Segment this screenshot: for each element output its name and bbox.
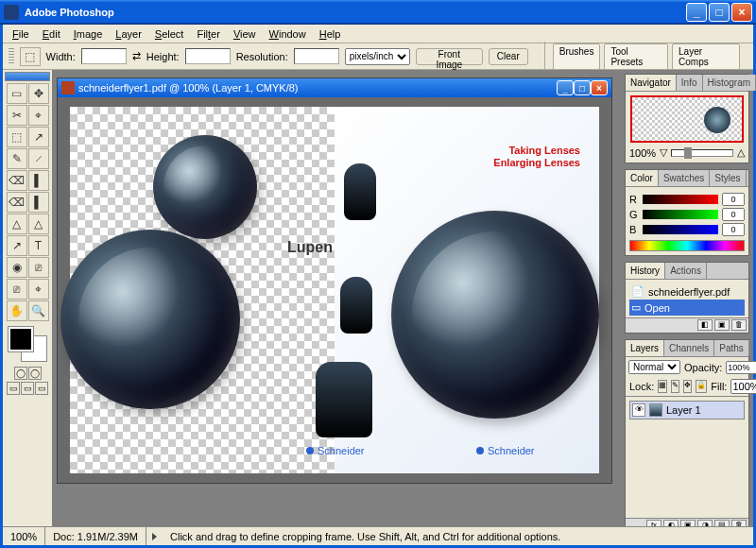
tool-slice[interactable]: ↗ <box>28 127 49 147</box>
tool-eyedrop[interactable]: ⌖ <box>28 279 49 300</box>
history-snap-icon[interactable]: ▣ <box>714 319 730 331</box>
tool-path[interactable]: ↗ <box>7 235 27 256</box>
tool-brush[interactable]: ⟋ <box>28 148 49 169</box>
resolution-input[interactable] <box>294 48 339 64</box>
status-zoom[interactable]: 100% <box>3 527 45 545</box>
tab-histogram[interactable]: Histogram <box>703 75 757 91</box>
menu-edit[interactable]: Edit <box>37 26 66 42</box>
well-brushes[interactable]: Brushes <box>553 43 601 70</box>
zoom-in-icon[interactable]: △ <box>737 146 745 159</box>
tool-heal[interactable]: ✎ <box>7 148 27 169</box>
layer-row[interactable]: 👁 Layer 1 <box>629 401 745 420</box>
units-select[interactable]: pixels/inch <box>345 48 410 65</box>
tool-pen[interactable]: ◉ <box>7 257 27 278</box>
tool-gradient[interactable]: ▌ <box>28 192 49 213</box>
quickmask-off[interactable]: ◯ <box>14 367 27 380</box>
history-doc[interactable]: 📄 schneiderflyer.pdf <box>629 283 745 300</box>
status-arrow-icon[interactable] <box>152 533 157 540</box>
menu-layer[interactable]: Layer <box>110 26 147 42</box>
history-step-open[interactable]: ▭ Open <box>629 300 745 316</box>
quickmask-on[interactable]: ◯ <box>28 367 42 380</box>
status-docsize[interactable]: Doc: 1.91M/2.39M <box>45 527 146 545</box>
tab-info[interactable]: Info <box>677 75 703 91</box>
width-input[interactable] <box>81 48 127 64</box>
g-slider[interactable] <box>643 210 718 219</box>
tool-blur[interactable]: △ <box>7 214 27 234</box>
height-input[interactable] <box>185 48 231 64</box>
spectrum-ramp[interactable] <box>629 240 745 251</box>
well-tool-presets[interactable]: Tool Presets <box>604 43 668 70</box>
tab-color[interactable]: Color <box>626 170 659 186</box>
navigator-thumb[interactable] <box>630 95 744 143</box>
tool-stamp[interactable]: ⌫ <box>7 170 27 191</box>
tool-eraser[interactable]: ⌫ <box>7 192 27 213</box>
tool-zoom[interactable]: 🔍 <box>28 300 49 321</box>
tool-shape[interactable]: ⎚ <box>28 257 49 278</box>
tab-paths[interactable]: Paths <box>714 340 749 356</box>
crop-tool-icon[interactable]: ⬚ <box>20 47 41 66</box>
zoom-out-icon[interactable]: ▽ <box>660 146 667 159</box>
opacity-value[interactable] <box>726 361 756 374</box>
toolbox-header[interactable] <box>5 72 50 81</box>
screenmode-2[interactable]: ▭ <box>21 382 34 395</box>
blend-mode-select[interactable]: Normal <box>628 360 680 374</box>
history-trash-icon[interactable]: 🗑 <box>731 319 747 331</box>
well-layer-comps[interactable]: Layer Comps <box>672 43 740 70</box>
b-value[interactable] <box>722 223 745 236</box>
tab-layers[interactable]: Layers <box>626 340 664 356</box>
tab-styles[interactable]: Styles <box>710 170 746 186</box>
lock-trans-icon[interactable]: ▦ <box>658 380 667 393</box>
doc-minimize[interactable]: _ <box>557 80 574 95</box>
clear-button[interactable]: Clear <box>489 48 528 65</box>
g-value[interactable] <box>722 208 745 221</box>
maximize-button[interactable]: □ <box>709 3 730 22</box>
menu-image[interactable]: Image <box>68 26 109 42</box>
tab-navigator[interactable]: Navigator <box>626 75 677 91</box>
close-button[interactable]: × <box>731 3 752 22</box>
tool-hand[interactable]: ✋ <box>7 300 27 321</box>
screenmode-3[interactable]: ▭ <box>35 382 48 395</box>
doc-maximize[interactable]: □ <box>574 80 591 95</box>
zoom-slider[interactable] <box>671 149 733 157</box>
opacity-label: Opacity: <box>684 362 722 373</box>
tab-swatches[interactable]: Swatches <box>659 170 710 186</box>
tool-notes[interactable]: ⎚ <box>7 279 27 300</box>
options-grip[interactable] <box>9 48 14 65</box>
history-new-icon[interactable]: ◧ <box>697 319 713 331</box>
r-value[interactable] <box>722 193 745 206</box>
menu-view[interactable]: View <box>228 26 262 42</box>
front-image-button[interactable]: Front Image <box>416 48 483 65</box>
screenmode-1[interactable]: ▭ <box>7 382 20 395</box>
tool-history-brush[interactable]: ▌ <box>28 170 49 191</box>
tab-actions[interactable]: Actions <box>665 263 707 279</box>
b-slider[interactable] <box>643 225 718 234</box>
tool-move[interactable]: ✥ <box>28 83 49 104</box>
menu-window[interactable]: Window <box>264 26 312 42</box>
lock-paint-icon[interactable]: ✎ <box>671 380 679 393</box>
b-label: B <box>629 224 639 235</box>
tool-marquee[interactable]: ▭ <box>7 83 27 104</box>
r-slider[interactable] <box>643 195 718 204</box>
tool-lasso[interactable]: ✂ <box>7 105 27 126</box>
menu-file[interactable]: File <box>7 26 35 42</box>
tab-channels[interactable]: Channels <box>664 340 714 356</box>
menu-help[interactable]: Help <box>314 26 347 42</box>
minimize-button[interactable]: _ <box>686 3 707 22</box>
swap-icon[interactable]: ⇄ <box>132 50 141 62</box>
doc-close[interactable]: × <box>591 80 608 95</box>
lupen-label: Lupen <box>287 239 333 256</box>
foreground-color[interactable] <box>9 327 33 351</box>
visibility-icon[interactable]: 👁 <box>632 403 645 417</box>
tab-history[interactable]: History <box>626 263 665 279</box>
tool-wand[interactable]: ⌖ <box>28 105 49 126</box>
lock-move-icon[interactable]: ✥ <box>683 380 692 393</box>
tool-type[interactable]: T <box>28 235 49 256</box>
tool-dodge[interactable]: △ <box>28 214 49 234</box>
fill-value[interactable] <box>730 379 756 394</box>
menu-select[interactable]: Select <box>149 26 190 42</box>
tool-crop[interactable]: ⬚ <box>7 127 27 147</box>
menu-filter[interactable]: Filter <box>191 26 225 42</box>
color-swatches[interactable] <box>7 325 48 363</box>
lock-all-icon[interactable]: 🔒 <box>696 380 707 393</box>
canvas[interactable]: 6x Taking Lenses Enlarging Lenses Lupen … <box>70 107 599 473</box>
